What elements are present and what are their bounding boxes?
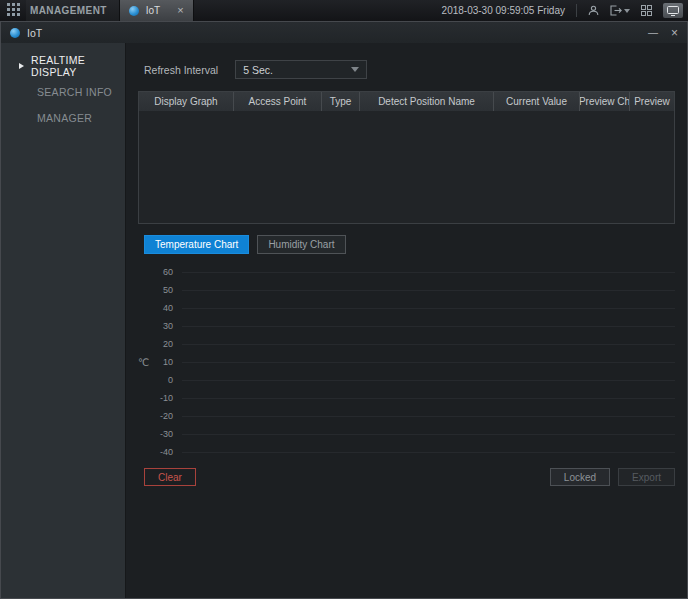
tab-temperature-chart[interactable]: Temperature Chart [144,235,249,254]
screen-layout-button[interactable] [641,5,652,16]
chart-gridline-row: 10 [154,353,675,371]
chart-gridline-row: -20 [154,407,675,425]
y-tick-label: -20 [154,411,182,421]
y-tick-label: 0 [154,375,182,385]
y-tick-label: -40 [154,447,182,457]
tab-iot[interactable]: IoT × [119,0,194,21]
user-account-button[interactable] [588,5,599,16]
tab-management-label: MANAGEMENT [30,5,107,16]
topbar-divider [576,4,577,17]
chart-gridline-row: 50 [154,281,675,299]
app-topbar: MANAGEMENT IoT × 2018-03-30 09:59:05 Fri… [0,0,688,21]
chart-gridline-row: 30 [154,317,675,335]
y-tick-label: 40 [154,303,182,313]
chart-gridline-row: 40 [154,299,675,317]
gridline [182,380,675,381]
y-tick-label: 50 [154,285,182,295]
col-header-preview-ch: Preview Ch [580,92,630,111]
sidebar-item-label: SEARCH INFO [37,86,112,98]
iot-window-icon [10,28,20,38]
chart-gridline-row: -40 [154,443,675,461]
sidebar-item-label: MANAGER [37,112,92,124]
gridline [182,344,675,345]
gridline [182,362,675,363]
logout-button[interactable] [610,5,630,16]
tab-management[interactable]: MANAGEMENT [26,0,119,21]
chart-gridline-row: 20 [154,335,675,353]
chart-gridline-row: -10 [154,389,675,407]
refresh-interval-label: Refresh Interval [144,64,218,76]
sensor-table-header: Display Graph Access Point Type Detect P… [139,92,674,111]
chart-tabs: Temperature Chart Humidity Chart [144,235,675,254]
minimize-button[interactable]: — [648,27,658,38]
sensor-table-body [139,111,674,223]
close-button[interactable]: × [671,26,678,40]
window-body: REALTIME DISPLAY SEARCH INFO MANAGER Ref… [1,43,687,598]
gridline [182,308,675,309]
chart-gridline-row: 0 [154,371,675,389]
right-buttons: Locked Export [550,468,675,486]
y-tick-label: 10 [154,357,182,367]
export-button[interactable]: Export [618,468,675,486]
sidebar-item-manager[interactable]: MANAGER [1,105,125,131]
tab-close-icon[interactable]: × [177,5,183,16]
temperature-chart: ℃ 60 50 40 30 20 10 0 -10 -20 -30 -40 [138,263,675,461]
refresh-interval-value: 5 Sec. [243,64,273,76]
chart-gridline-row: 60 [154,263,675,281]
col-header-access-point: Access Point [234,92,322,111]
refresh-interval-row: Refresh Interval 5 Sec. [144,60,675,79]
logout-caret-icon [624,9,630,13]
gridline [182,326,675,327]
gridline [182,434,675,435]
col-header-display-graph: Display Graph [139,92,234,111]
gridline [182,416,675,417]
y-tick-label: 20 [154,339,182,349]
gridline [182,290,675,291]
col-header-current-value: Current Value [494,92,580,111]
tab-humidity-chart[interactable]: Humidity Chart [257,235,345,254]
y-tick-label: 60 [154,267,182,277]
chevron-down-icon [351,67,359,72]
y-axis-unit-label: ℃ [138,357,149,368]
refresh-interval-select[interactable]: 5 Sec. [235,60,367,79]
iot-window: IoT — × REALTIME DISPLAY SEARCH INFO MAN… [0,21,688,599]
sidebar-item-label: REALTIME DISPLAY [31,54,125,78]
y-tick-label: -30 [154,429,182,439]
gridline [182,398,675,399]
sensor-table: Display Graph Access Point Type Detect P… [138,91,675,224]
clear-button[interactable]: Clear [144,468,196,486]
active-item-arrow-icon [19,63,24,69]
datetime-text: 2018-03-30 09:59:05 Friday [442,5,565,16]
screen: MANAGEMENT IoT × 2018-03-30 09:59:05 Fri… [0,0,688,599]
chart-gridline-row: -30 [154,425,675,443]
gridline [182,452,675,453]
gridline [182,272,675,273]
iot-window-titlebar: IoT — × [1,22,687,43]
y-tick-label: -10 [154,393,182,403]
display-output-button[interactable] [663,3,683,18]
main-panel: Refresh Interval 5 Sec. Display Graph Ac… [126,43,687,598]
col-header-type: Type [322,92,360,111]
apps-menu-button[interactable] [0,0,26,21]
col-header-detect-position-name: Detect Position Name [360,92,494,111]
col-header-preview: Preview [630,92,674,111]
y-tick-label: 30 [154,321,182,331]
topbar-right: 2018-03-30 09:59:05 Friday [442,0,688,21]
iot-tab-icon [129,6,139,16]
apps-grid-icon [7,2,20,20]
sidebar-item-search-info[interactable]: SEARCH INFO [1,79,125,105]
sidebar-item-realtime-display[interactable]: REALTIME DISPLAY [1,53,125,79]
sidebar: REALTIME DISPLAY SEARCH INFO MANAGER [1,43,126,598]
chart-actions: Clear Locked Export [144,468,675,486]
window-controls: — × [648,26,678,40]
locked-button[interactable]: Locked [550,468,610,486]
tab-iot-label: IoT [146,5,160,16]
window-title: IoT [27,27,42,39]
